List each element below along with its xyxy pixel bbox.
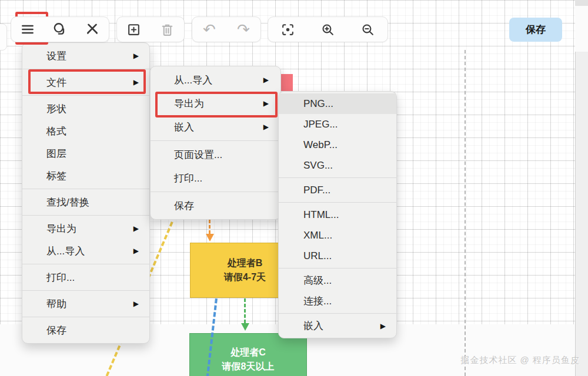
- menu-separator: [22, 317, 149, 317]
- toolbar-group-edit: [116, 16, 185, 42]
- toolbar-group-main: [11, 16, 109, 42]
- fit-page-button[interactable]: [277, 18, 299, 41]
- node-c-subtitle: 请假8天以上: [222, 360, 275, 374]
- watermark-text: 掘金技术社区 @ 程序员鱼皮: [460, 355, 580, 366]
- page-break-divider: [465, 50, 466, 376]
- submenu-arrow-icon: ▶: [133, 78, 139, 86]
- main-menu: 设置 ▶ 文件 ▶ 形状 格式 图层 标签 查找/替换 导出为 ▶ 从...导入…: [22, 42, 150, 344]
- menu-item-export-pdf[interactable]: PDF...: [279, 180, 396, 200]
- save-button[interactable]: 保存: [509, 18, 562, 42]
- submenu-arrow-icon: ▶: [263, 76, 269, 84]
- menu-item-tags[interactable]: 标签: [22, 164, 149, 187]
- menu-item-file-save[interactable]: 保存: [151, 194, 280, 217]
- menu-separator: [22, 69, 149, 69]
- menu-item-export-url[interactable]: URL...: [279, 246, 396, 266]
- partial-left-panel: [0, 24, 7, 51]
- menu-item-file-import-from[interactable]: 从...导入 ▶: [151, 68, 280, 92]
- redo-button[interactable]: ↷: [232, 18, 255, 41]
- menu-item-file-embed[interactable]: 嵌入 ▶: [151, 115, 280, 139]
- submenu-arrow-icon: ▶: [263, 123, 269, 131]
- menu-item-export-svg[interactable]: SVG...: [279, 155, 396, 176]
- menu-separator: [22, 95, 149, 96]
- zoom-out-button[interactable]: [356, 18, 379, 41]
- file-submenu: 从...导入 ▶ 导出为 ▶ 嵌入 ▶ 页面设置... 打印... 保存: [150, 66, 281, 220]
- undo-icon: ↶: [203, 22, 216, 37]
- zoom-out-icon: [360, 22, 375, 37]
- edge-orange-dashed[interactable]: [209, 220, 211, 234]
- trash-icon: [160, 22, 175, 37]
- submenu-arrow-icon: ▶: [133, 224, 139, 233]
- submenu-arrow-icon: ▶: [380, 322, 386, 330]
- menu-item-export-jpeg[interactable]: JPEG...: [279, 114, 396, 135]
- menu-item-export-html[interactable]: HTML...: [279, 204, 396, 225]
- node-b-subtitle: 请假4-7天: [224, 270, 266, 284]
- zoom-in-button[interactable]: [316, 18, 339, 41]
- menu-separator: [279, 177, 396, 178]
- offpage-right-band: [575, 52, 588, 376]
- menu-separator: [279, 268, 396, 268]
- menu-separator: [22, 290, 149, 291]
- orange-arrowhead-icon: [206, 234, 214, 241]
- submenu-arrow-icon: ▶: [133, 300, 139, 308]
- menu-separator: [279, 313, 396, 314]
- menu-item-export-as[interactable]: 导出为 ▶: [22, 217, 149, 240]
- menu-item-format[interactable]: 格式: [22, 120, 149, 142]
- export-submenu: PNG... JPEG... WebP... SVG... PDF... HTM…: [278, 91, 397, 338]
- insert-button[interactable]: [123, 18, 145, 41]
- zoom-in-icon: [320, 22, 335, 37]
- submenu-arrow-icon: ▶: [133, 52, 139, 60]
- delete-button[interactable]: [156, 18, 179, 41]
- menu-separator: [22, 189, 149, 189]
- menu-item-export-xml[interactable]: XML...: [279, 225, 396, 246]
- menu-item-print[interactable]: 打印...: [22, 266, 149, 288]
- menu-item-shapes[interactable]: 形状: [22, 98, 149, 120]
- green-arrowhead-icon: [241, 323, 249, 331]
- menu-item-file-print[interactable]: 打印...: [151, 166, 280, 190]
- menu-item-page-setup[interactable]: 页面设置...: [151, 143, 280, 166]
- submenu-arrow-icon: ▶: [133, 247, 139, 255]
- menu-item-export-webp[interactable]: WebP...: [279, 135, 396, 155]
- menu-item-export-png[interactable]: PNG...: [279, 93, 396, 114]
- menu-item-settings[interactable]: 设置 ▶: [22, 45, 149, 67]
- menu-separator: [22, 264, 149, 264]
- hamburger-icon: [20, 22, 35, 37]
- insert-plus-icon: [126, 22, 141, 37]
- edge-green-dashed[interactable]: [244, 298, 246, 323]
- undo-button[interactable]: ↶: [198, 18, 220, 41]
- menu-item-save-main[interactable]: 保存: [22, 319, 149, 341]
- menu-separator: [151, 192, 280, 192]
- menu-separator: [279, 202, 396, 203]
- menu-item-export-advanced[interactable]: 高级...: [279, 270, 396, 291]
- shapes-icon: [52, 22, 68, 37]
- hamburger-menu-button[interactable]: [16, 18, 39, 41]
- menu-item-help[interactable]: 帮助 ▶: [22, 293, 149, 315]
- crossed-pencils-icon: [85, 22, 100, 37]
- menu-item-export-links[interactable]: 连接...: [279, 291, 396, 311]
- node-b-title: 处理者B: [228, 256, 263, 270]
- menu-item-file-export-as[interactable]: 导出为 ▶: [151, 92, 280, 115]
- fit-page-icon: [280, 22, 295, 37]
- menu-separator: [22, 215, 149, 216]
- sketch-style-button[interactable]: [81, 18, 103, 41]
- menu-separator: [151, 140, 280, 141]
- menu-item-find-replace[interactable]: 查找/替换: [22, 191, 149, 213]
- toolbar-group-history: ↶ ↷: [192, 16, 261, 42]
- toolbar-group-zoom: [268, 16, 388, 42]
- shapes-button[interactable]: [49, 18, 71, 41]
- menu-item-export-embed[interactable]: 嵌入 ▶: [279, 315, 396, 336]
- menu-item-import-from[interactable]: 从...导入 ▶: [22, 240, 149, 262]
- redo-icon: ↷: [237, 22, 250, 37]
- submenu-arrow-icon: ▶: [263, 99, 269, 108]
- node-c-title: 处理者C: [230, 345, 266, 360]
- menu-item-file[interactable]: 文件 ▶: [22, 71, 149, 93]
- menu-item-layers[interactable]: 图层: [22, 142, 149, 164]
